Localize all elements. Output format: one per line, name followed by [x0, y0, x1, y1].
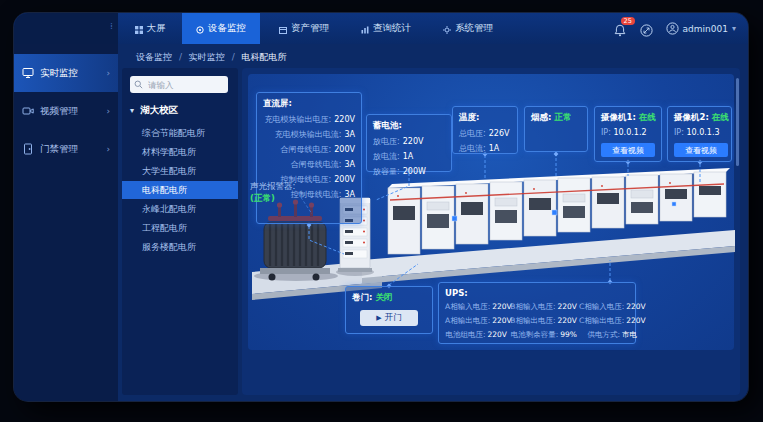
ups-cell-label: 电池剩余容量: [511, 330, 559, 339]
nav-tab-label: 大屏 [147, 22, 166, 35]
fullscreen-icon[interactable] [640, 22, 653, 35]
nav-tab-dashboard[interactable]: 大屏 [120, 13, 180, 44]
ups-cell-label: A相输出电压: [445, 316, 490, 325]
meter-row-value: 1A [489, 144, 500, 153]
big-screen-icon [135, 25, 143, 33]
battery-row-value: 1A [403, 152, 414, 161]
camera1-ip: 10.0.1.2 [613, 128, 646, 137]
chevron-right-icon: › [106, 68, 110, 78]
nav-tab-label: 设备监控 [208, 22, 246, 35]
video-camera-icon [22, 105, 34, 117]
screen: ⁞ 大屏 设备监控 资产管理 [0, 0, 763, 422]
ups-cell-label: B相输入电压: [510, 302, 555, 311]
navbar-tools: 25 admin001 ▾ [614, 13, 736, 44]
top-navbar: ⁞ 大屏 设备监控 资产管理 [14, 13, 748, 44]
user-caret-down-icon: ▾ [732, 24, 736, 33]
alarm-status: (正常) [250, 192, 295, 204]
ups-cell-label: A相输入电压: [445, 302, 490, 311]
tree-item-substation[interactable]: 永峰北配电所 [122, 200, 238, 218]
sidebar-item-label: 实时监控 [40, 67, 78, 80]
meter-panel: 温度: 总电压:226V 总电流:1A [452, 106, 518, 154]
nav-tab-asset-management[interactable]: 资产管理 [266, 13, 342, 44]
nav-tab-system-management[interactable]: 系统管理 [430, 13, 506, 44]
breadcrumb-part[interactable]: 实时监控 [189, 52, 225, 62]
open-door-label: 开门 [385, 312, 402, 324]
meter-row-value: 226V [489, 129, 510, 138]
ups-grid: A相输入电压:220V B相输入电压:220V C相输入电压:220V A相输出… [445, 300, 629, 342]
sidebar-item-video-management[interactable]: 视频管理 › [14, 92, 118, 130]
gear-icon [443, 25, 451, 33]
tree-search-box[interactable] [130, 76, 228, 93]
tree-item-substation[interactable]: 工程配电所 [122, 219, 238, 237]
ups-cell-label: 电池组电压: [446, 330, 486, 339]
camera1-panel: 摄像机1: 在线 IP: 10.0.1.2 查看视频 [594, 106, 662, 162]
dc-row-value: 3A [344, 160, 355, 169]
tree-item-substation[interactable]: 大学生配电所 [122, 162, 238, 180]
dc-row-label: 合闸母线电流: [291, 160, 342, 169]
realtime-monitor-icon [22, 67, 34, 79]
dc-row-value: 3A [344, 190, 355, 199]
camera1-view-video-button[interactable]: 查看视频 [601, 143, 655, 157]
dc-row-label: 充电模块输出电压: [265, 115, 332, 124]
door-access-icon [22, 143, 34, 155]
scrollbar[interactable] [736, 78, 739, 166]
ups-cell-value: 市电 [622, 330, 637, 339]
camera2-title: 摄像机2: [674, 112, 709, 122]
breadcrumb: 设备监控 / 实时监控 / 电科配电所 [136, 51, 287, 64]
sidebar-item-label: 视频管理 [40, 105, 78, 118]
stats-bars-icon [361, 25, 369, 33]
breadcrumb-part[interactable]: 设备监控 [136, 52, 172, 62]
camera2-view-video-button[interactable]: 查看视频 [674, 143, 728, 157]
camera2-status: 在线 [712, 112, 729, 122]
breadcrumb-current: 电科配电所 [242, 52, 287, 62]
tree-collapse-icon: ▾ [130, 106, 134, 115]
open-door-button[interactable]: ▶ 开门 [360, 310, 418, 326]
breadcrumb-separator: / [232, 52, 235, 62]
dc-row-value: 200V [334, 175, 355, 184]
navbar-left-mask [14, 13, 118, 44]
alarm-name: 声光报警器: [250, 180, 295, 192]
tree-item-substation-selected[interactable]: 电科配电所 [122, 181, 238, 199]
sidebar: 实时监控 › 视频管理 › 门禁管理 › [14, 44, 118, 401]
sidebar-item-realtime-monitor[interactable]: 实时监控 › [14, 54, 118, 92]
breadcrumb-separator: / [179, 52, 182, 62]
battery-row-label: 放容量: [373, 167, 400, 176]
door-panel-title: 卷门: [352, 292, 372, 302]
search-icon [134, 80, 143, 89]
notification-bell-icon[interactable]: 25 [614, 22, 627, 35]
meter-row-label: 总电流: [459, 144, 486, 153]
nav-tab-equipment-monitor[interactable]: 设备监控 [182, 13, 260, 44]
search-input[interactable] [146, 79, 224, 91]
tree-item-substation[interactable]: 服务楼配电所 [122, 238, 238, 256]
ups-cell-value: 220V [558, 302, 577, 311]
notification-badge: 25 [621, 17, 635, 25]
tree-root-campus[interactable]: ▾ 湖大校区 [130, 104, 178, 117]
tree-item-substation[interactable]: 综合节能配电所 [122, 124, 238, 142]
dc-row-label: 控制母线电流: [291, 190, 342, 199]
dc-panel: 直流屏: 充电模块输出电压:220V 充电模块输出电流:3A 合闸母线电压:20… [256, 92, 362, 224]
ups-cell-value: 220V [626, 316, 645, 325]
ups-panel-title: UPS: [445, 288, 629, 298]
user-avatar [666, 22, 679, 35]
username: admin001 [683, 24, 728, 34]
sidebar-item-access-management[interactable]: 门禁管理 › [14, 130, 118, 168]
battery-row-label: 放电流: [373, 152, 400, 161]
dc-row-value: 200V [334, 145, 355, 154]
monitor-canvas: 直流屏: 充电模块输出电压:220V 充电模块输出电流:3A 合闸母线电压:20… [248, 74, 734, 350]
meter-row-label: 总电压: [459, 129, 486, 138]
dc-row-value: 220V [334, 115, 355, 124]
smoke-sensor-panel: 烟感: 正常 [524, 106, 588, 152]
battery-row-label: 放电压: [373, 137, 400, 146]
ups-panel: UPS: A相输入电压:220V B相输入电压:220V C相输入电压:220V… [438, 282, 636, 344]
content-area: 直流屏: 充电模块输出电压:220V 充电模块输出电流:3A 合闸母线电压:20… [242, 68, 740, 395]
chevron-right-icon: › [106, 106, 110, 116]
camera2-ip: 10.0.1.3 [686, 128, 719, 137]
dc-row-label: 充电模块输出电流: [275, 130, 342, 139]
nav-tab-label: 资产管理 [291, 22, 329, 35]
battery-panel-title: 蓄电池: [373, 120, 445, 132]
ups-cell-label: C相输入电压: [579, 302, 624, 311]
tree-item-substation[interactable]: 材料学配电所 [122, 143, 238, 161]
ups-cell-label: B相输出电压: [510, 316, 555, 325]
nav-tab-query-statistics[interactable]: 查询统计 [348, 13, 424, 44]
user-menu[interactable]: admin001 ▾ [666, 22, 736, 35]
